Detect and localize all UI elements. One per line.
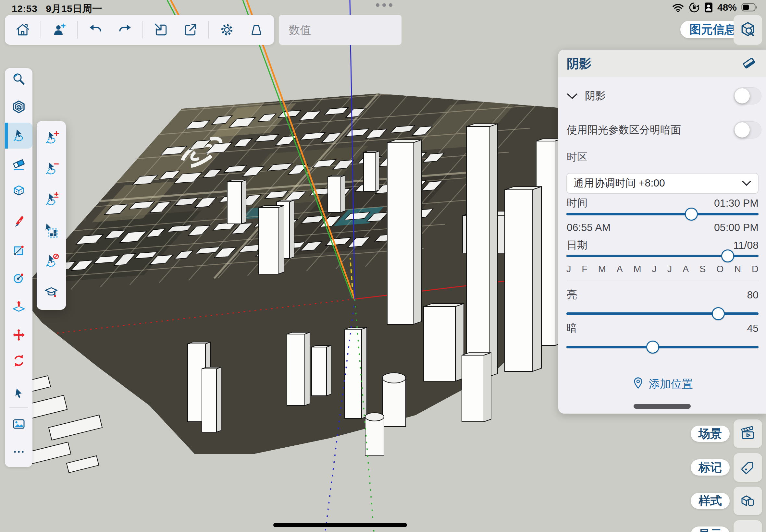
undo-button[interactable] bbox=[84, 18, 107, 42]
redo-button[interactable] bbox=[113, 18, 137, 42]
settings-button[interactable] bbox=[215, 18, 238, 42]
add-location-button[interactable]: 添加位置 bbox=[558, 377, 766, 392]
add-collaborator-button[interactable] bbox=[47, 18, 71, 42]
push-pull-tool[interactable] bbox=[10, 298, 27, 315]
model-search-icon bbox=[739, 21, 757, 39]
clapperboard-icon bbox=[739, 425, 757, 442]
lasso-toggle-tool[interactable] bbox=[43, 191, 60, 208]
sun-param-toggle[interactable] bbox=[734, 121, 761, 139]
display-icon bbox=[739, 526, 757, 532]
model-inspect-button[interactable] bbox=[734, 15, 762, 45]
styles-button[interactable] bbox=[734, 487, 762, 515]
export-button[interactable] bbox=[179, 18, 202, 42]
battery-percent: 48% bbox=[717, 2, 737, 13]
shadows-panel-header: 阴影 bbox=[558, 50, 766, 77]
date-slider-knob[interactable] bbox=[721, 249, 734, 262]
portrait-badge-icon bbox=[704, 2, 713, 13]
circle-tool[interactable] bbox=[10, 270, 27, 286]
select-group-tool[interactable] bbox=[43, 222, 60, 239]
import-button[interactable] bbox=[149, 18, 173, 42]
panel-eraser-icon[interactable] bbox=[741, 55, 758, 72]
chevron-down-icon[interactable] bbox=[567, 93, 578, 99]
panel-resize-handle[interactable] bbox=[634, 404, 691, 409]
tag-icon bbox=[739, 459, 757, 476]
select-tool[interactable] bbox=[10, 385, 27, 402]
tags-row: 标记 bbox=[652, 453, 762, 482]
panel-divider bbox=[566, 281, 759, 281]
battery-icon bbox=[741, 3, 758, 12]
image-tool[interactable] bbox=[10, 416, 27, 432]
add-location-label: 添加位置 bbox=[649, 377, 693, 392]
dark-slider[interactable] bbox=[566, 341, 759, 354]
scenes-label-pill: 场景 bbox=[691, 426, 730, 442]
tags-label-pill: 标记 bbox=[691, 459, 730, 476]
dark-value: 45 bbox=[747, 322, 761, 334]
light-slider[interactable] bbox=[566, 307, 759, 320]
time-slider-knob[interactable] bbox=[685, 208, 698, 221]
shadows-toggle[interactable] bbox=[734, 87, 761, 104]
rotate-tool[interactable] bbox=[10, 352, 27, 369]
sun-param-label: 使用阳光参数区分明暗面 bbox=[567, 123, 681, 137]
entity-info-label: 图元信息 bbox=[689, 22, 736, 38]
eraser-tool[interactable] bbox=[10, 155, 27, 172]
box-tool[interactable] bbox=[10, 182, 27, 199]
dark-row: 暗 45 bbox=[567, 321, 761, 335]
lasso-options-popup bbox=[37, 121, 66, 310]
styles-label-pill: 样式 bbox=[691, 493, 730, 509]
light-row: 亮 80 bbox=[567, 288, 761, 302]
light-slider-knob[interactable] bbox=[712, 307, 725, 320]
timezone-label: 时区 bbox=[567, 150, 588, 164]
timezone-dropdown[interactable]: 通用协调时间 +8:00 bbox=[566, 173, 759, 194]
styles-row: 样式 bbox=[652, 487, 762, 515]
component-tool[interactable] bbox=[10, 99, 27, 116]
time-slider[interactable] bbox=[566, 208, 759, 221]
light-value: 80 bbox=[747, 289, 761, 301]
scenes-row: 场景 bbox=[652, 419, 762, 448]
tags-button[interactable] bbox=[734, 453, 762, 482]
sun-param-row: 使用阳光参数区分明暗面 bbox=[567, 121, 761, 139]
scenes-button[interactable] bbox=[734, 419, 762, 448]
toolbar-divider bbox=[9, 407, 28, 408]
lasso-select-tool[interactable] bbox=[10, 127, 27, 144]
shadows-toggle-row: 阴影 bbox=[567, 87, 761, 105]
time-max: 05:00 PM bbox=[714, 222, 761, 234]
toolbar-separator bbox=[208, 21, 209, 39]
styles-shapes-icon bbox=[739, 492, 757, 510]
left-toolbar bbox=[5, 68, 32, 467]
lasso-add-tool[interactable] bbox=[43, 129, 60, 146]
rotation-lock-icon bbox=[689, 2, 700, 13]
tray-button[interactable] bbox=[245, 18, 268, 42]
time-range-row: 06:55 AM 05:00 PM bbox=[567, 221, 761, 234]
shadows-panel-title: 阴影 bbox=[567, 55, 591, 72]
lasso-subtract-tool[interactable] bbox=[43, 160, 60, 177]
display-button[interactable] bbox=[734, 520, 762, 532]
display-label-pill: 显示 bbox=[691, 526, 730, 532]
wifi-icon bbox=[672, 3, 684, 12]
more-tools-button[interactable] bbox=[10, 443, 27, 460]
zoom-tool[interactable] bbox=[10, 71, 27, 88]
date: 9月15日周一 bbox=[46, 3, 102, 14]
display-row: 显示 bbox=[652, 520, 762, 532]
toolbar-separator bbox=[77, 21, 78, 39]
date-slider[interactable] bbox=[566, 249, 759, 262]
toolbar-separator bbox=[41, 21, 41, 39]
shadows-panel: 阴影 阴影 使用阳光参数区分明暗面 时区 通用协调时间 +8:00 时间 01:… bbox=[558, 50, 766, 414]
clock: 12:53 bbox=[12, 3, 37, 14]
lasso-clear-tool[interactable] bbox=[43, 253, 60, 270]
marker-tool[interactable] bbox=[10, 214, 27, 231]
light-label: 亮 bbox=[567, 288, 577, 302]
toolbar-separator bbox=[142, 21, 143, 39]
top-toolbar bbox=[5, 15, 274, 45]
dark-slider-knob[interactable] bbox=[646, 341, 659, 354]
chevron-down-icon bbox=[742, 180, 751, 186]
move-tool[interactable] bbox=[10, 327, 27, 344]
time-min: 06:55 AM bbox=[567, 222, 611, 234]
home-button[interactable] bbox=[11, 18, 34, 42]
home-indicator[interactable] bbox=[273, 523, 407, 527]
rectangle-tool[interactable] bbox=[10, 242, 27, 259]
multitask-dots-icon[interactable] bbox=[376, 3, 393, 7]
learn-button[interactable] bbox=[43, 284, 60, 300]
status-time-date: 12:539月15日周一 bbox=[12, 2, 111, 16]
time-value: 01:30 PM bbox=[714, 197, 761, 209]
measurement-input[interactable] bbox=[279, 15, 402, 45]
